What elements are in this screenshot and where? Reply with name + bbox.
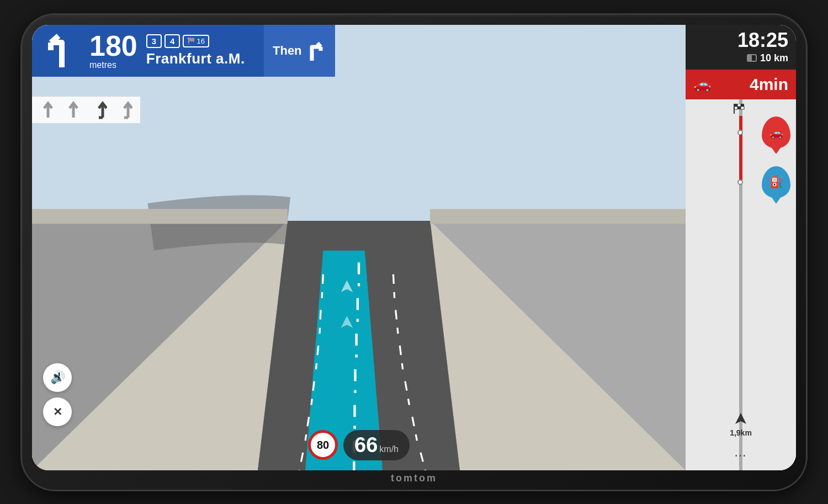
eta-car-icon: 🚗 bbox=[693, 76, 711, 93]
distance-number: 180 bbox=[89, 31, 137, 60]
action-buttons: 🔊 ! ✕ bbox=[43, 363, 72, 426]
lane-arrow-4 bbox=[116, 100, 132, 120]
destination-label: Frankfurt a.M. bbox=[146, 50, 245, 67]
brand-label: tomtom bbox=[391, 473, 437, 484]
checkered-flag-icon bbox=[733, 104, 749, 115]
lane-arrow-3 bbox=[91, 100, 107, 120]
then-arrow-icon bbox=[306, 39, 326, 63]
svg-marker-45 bbox=[735, 413, 746, 424]
distance-to-event: 1,9km bbox=[730, 428, 752, 437]
nav-route-info: 3 4 🏁 16 Frankfurt a.M. bbox=[146, 34, 245, 67]
nav-main-panel: 180 metres 3 4 🏁 16 Frank bbox=[32, 25, 264, 77]
speed-unit: km/h bbox=[379, 444, 399, 454]
route-strip: 🚗 ⛽ bbox=[686, 99, 796, 470]
turn-arrow-icon bbox=[45, 31, 78, 70]
sound-exclaim: ! bbox=[58, 371, 61, 380]
eta-section: 🚗 4min bbox=[686, 70, 796, 99]
traffic-car-icon: 🚗 bbox=[769, 126, 783, 139]
svg-rect-40 bbox=[741, 104, 744, 107]
speed-limit-value: 80 bbox=[317, 439, 329, 452]
gas-icon: ⛽ bbox=[769, 176, 783, 189]
traffic-pin-icon: 🚗 bbox=[762, 116, 790, 148]
eta-time: 4min bbox=[750, 75, 788, 94]
traffic-pin: 🚗 bbox=[762, 116, 790, 148]
more-menu-button[interactable]: ⋯ bbox=[734, 448, 748, 463]
flag-icon: 🏁 bbox=[187, 37, 195, 45]
time-display: 18:25 bbox=[737, 30, 788, 50]
then-label: Then bbox=[273, 44, 302, 58]
lane-arrow-2 bbox=[65, 100, 82, 120]
svg-rect-37 bbox=[747, 55, 752, 61]
distance-unit: metres bbox=[89, 60, 116, 70]
time-section: 18:25 10 km bbox=[686, 25, 796, 70]
screen: 180 metres 3 4 🏁 16 Frank bbox=[32, 25, 796, 470]
cancel-icon: ✕ bbox=[53, 405, 62, 418]
total-distance-row: 10 km bbox=[747, 52, 788, 64]
speed-panel: 80 66 km/h bbox=[308, 430, 410, 460]
nav-panel: 180 metres 3 4 🏁 16 Frank bbox=[32, 25, 335, 77]
gas-pin: ⛽ bbox=[762, 166, 790, 198]
total-distance-value: 10 km bbox=[760, 52, 788, 64]
right-panel: 18:25 10 km 🚗 4min bbox=[686, 25, 796, 470]
svg-rect-43 bbox=[741, 107, 744, 109]
sound-button[interactable]: 🔊 ! bbox=[43, 363, 72, 392]
road-svg bbox=[32, 25, 686, 470]
svg-rect-39 bbox=[737, 104, 741, 107]
turn-arrow-box bbox=[40, 29, 84, 72]
more-dots-area: ⋯ bbox=[686, 448, 796, 463]
cancel-button[interactable]: ✕ bbox=[43, 397, 72, 426]
gas-pin-icon: ⛽ bbox=[762, 166, 790, 198]
traffic-dot bbox=[737, 130, 743, 135]
finish-marker bbox=[733, 104, 749, 117]
current-speed-value: 66 bbox=[354, 433, 378, 457]
route-badge-1: 3 bbox=[146, 34, 162, 48]
gas-dot bbox=[737, 179, 743, 185]
svg-rect-28 bbox=[32, 209, 288, 224]
current-speed-display: 66 km/h bbox=[343, 430, 410, 460]
route-badge-3: 🏁 16 bbox=[183, 35, 209, 47]
route-badges: 3 4 🏁 16 bbox=[146, 34, 245, 48]
route-badge-2: 4 bbox=[164, 34, 180, 48]
nav-distance: 180 metres bbox=[89, 31, 137, 70]
speed-limit-sign: 80 bbox=[308, 430, 338, 460]
lane-panel bbox=[32, 97, 140, 123]
device-frame: 180 metres 3 4 🏁 16 Frank bbox=[22, 15, 806, 490]
svg-rect-29 bbox=[430, 209, 686, 224]
route-red-line bbox=[739, 116, 742, 182]
current-position-arrow bbox=[735, 413, 746, 426]
distance-bottom: 1,9km bbox=[686, 413, 796, 437]
map-area[interactable]: 180 metres 3 4 🏁 16 Frank bbox=[32, 25, 686, 470]
lane-arrow-1 bbox=[40, 100, 56, 120]
distance-bar-icon bbox=[747, 54, 757, 62]
svg-rect-42 bbox=[737, 107, 741, 109]
then-panel: Then bbox=[264, 25, 335, 77]
